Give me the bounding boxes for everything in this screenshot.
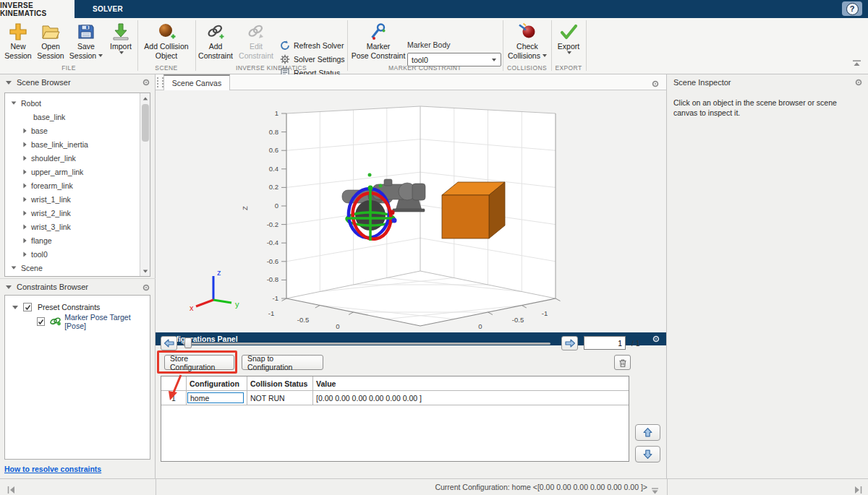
statusbar-collapse-right-icon[interactable] [854,483,862,495]
marker-pose-target-item[interactable]: Marker Pose Target [Pose] [5,314,150,329]
statusbar-collapse-left-icon[interactable] [7,483,16,495]
tree-item-robot[interactable]: Robot [5,96,150,110]
marker-body-value: tool0 [412,56,428,64]
delete-configuration-button[interactable] [614,355,631,370]
tree-item-wrist-1-link[interactable]: wrist_1_link [5,192,150,206]
svg-text:-1: -1 [268,309,274,317]
scene-inspector-header[interactable]: Scene Inspector [667,74,868,90]
dropdown-caret-icon [542,54,547,57]
export-check-icon [559,22,578,42]
expand-node-icon[interactable] [23,251,26,257]
preset-constraints-checkbox[interactable] [23,303,32,311]
value-cell: [0.00 0.00 0.00 0.00 0.00 0.00 ] [313,391,629,405]
scene-inspector-panel: Scene Inspector Click on an object in th… [667,74,868,478]
panel-drag-handle[interactable] [157,77,163,87]
table-row[interactable]: 1 home NOT RUN [0.00 0.00 0.00 0.00 0.00… [161,391,629,405]
tree-item-scene[interactable]: Scene [5,261,150,275]
configuration-name-cell[interactable]: home [187,392,244,403]
configurations-panel-gear-icon[interactable] [652,335,660,345]
marker-pose-constraint-button[interactable]: MarkerPose Constraint [350,21,407,69]
expand-node-icon[interactable] [23,155,26,160]
expand-node-icon[interactable] [23,224,26,229]
solver-settings-button[interactable]: Solver Settings [279,53,345,65]
scrollbar-up-icon[interactable] [140,93,150,103]
refresh-solver-button[interactable]: Refresh Solver [279,39,344,51]
help-icon: ? [846,3,859,15]
tab-solver[interactable]: SOLVER [75,0,141,18]
import-icon [111,22,130,42]
group-separator [503,20,503,71]
expand-node-icon[interactable] [23,210,26,215]
scene-browser-scrollbar[interactable] [140,93,150,276]
marker-body-label: Marker Body [407,40,480,49]
collapse-node-icon[interactable] [12,306,18,309]
collapse-node-icon[interactable] [12,266,17,269]
export-button[interactable]: Export [553,21,584,69]
save-session-icon [77,22,95,42]
tree-item-base-link-inertia[interactable]: base_link_inertia [5,137,150,151]
scrollbar-down-icon[interactable] [140,266,150,276]
expand-node-icon[interactable] [23,183,26,188]
svg-text:0.2: 0.2 [269,183,278,191]
add-constraint-button[interactable]: AddConstraint [197,21,234,69]
expand-node-icon[interactable] [23,197,26,202]
tab-inverse-kinematics[interactable]: INVERSE KINEMATICS [0,0,75,18]
preset-constraints-item[interactable]: Preset Constraints [5,300,150,314]
move-configuration-down-button[interactable] [635,446,660,462]
tree-item-forearm-link[interactable]: forearm_link [5,178,150,192]
tree-item-base[interactable]: base [5,124,150,137]
move-configuration-up-button[interactable] [635,424,660,441]
save-session-button[interactable]: Save Session [69,21,103,69]
import-button[interactable]: Import [106,21,136,69]
marker-pose-target-checkbox[interactable] [37,317,46,326]
snap-to-configuration-button[interactable]: Snap to Configuration [242,355,323,370]
collapse-panel-icon[interactable] [6,81,12,85]
expand-node-icon[interactable] [23,169,26,174]
scene-browser-gear-icon[interactable] [142,78,150,88]
tree-item-wrist-2-link[interactable]: wrist_2_link [5,206,150,220]
group-separator [586,20,587,71]
collapse-panel-icon[interactable] [6,285,12,289]
configuration-slider[interactable] [183,343,550,345]
app-title-bar: INVERSE KINEMATICS SOLVER ? [0,0,868,18]
edit-constraint-icon [247,22,265,42]
collapse-ribbon-icon[interactable] [852,56,861,69]
add-constraint-icon [206,22,225,42]
expand-node-icon[interactable] [23,238,26,243]
tree-item-flange[interactable]: flange [5,233,150,247]
check-collisions-button[interactable]: Check Collisions [506,21,549,69]
help-button[interactable]: ? [842,1,862,16]
scene-browser-header[interactable]: Scene Browser [0,74,156,90]
tree-item-shoulder-link[interactable]: shoulder_link [5,151,150,165]
add-collision-object-button[interactable]: Add CollisionObject [140,21,192,69]
previous-configuration-button[interactable] [161,336,177,350]
scene-canvas-3d-view[interactable]: 10.8 0.60.4 0.20 -0.2-0.4 -0.6-0.8 -1 Z … [156,90,665,332]
tree-item-base-link[interactable]: base_link [5,110,150,124]
configuration-index-input[interactable] [584,336,626,350]
collision-box[interactable] [442,182,505,238]
arrow-left-icon [163,338,175,348]
constraints-browser-header[interactable]: Constraints Browser [0,278,156,295]
tree-item-wrist-3-link[interactable]: wrist_3_link [5,220,150,233]
tree-item-tool0[interactable]: tool0 [5,247,150,261]
scene-inspector-title: Scene Inspector [673,78,731,87]
expand-node-icon[interactable] [23,128,26,133]
scene-canvas-tab[interactable]: Scene Canvas [163,74,230,90]
configuration-slider-thumb[interactable] [184,337,192,348]
collapse-node-icon[interactable] [12,101,17,104]
next-configuration-button[interactable] [561,336,578,350]
scrollbar-thumb[interactable] [142,104,149,142]
tree-item-upper-arm-link[interactable]: upper_arm_link [5,165,150,178]
svg-text:-0.8: -0.8 [267,275,278,283]
scene-canvas-gear-icon[interactable] [651,78,660,91]
new-session-button[interactable]: NewSession [3,21,33,69]
open-session-button[interactable]: OpenSession [34,21,67,69]
expand-node-icon[interactable] [23,142,26,147]
constraints-browser-gear-icon[interactable] [142,283,150,293]
statusbar-minimize-icon[interactable] [651,484,659,495]
svg-text:-0.4: -0.4 [267,238,278,246]
scene-inspector-gear-icon[interactable] [854,78,863,88]
check-collisions-icon [518,22,537,42]
ribbon-toolstrip: NewSession OpenSession Save Session Impo… [0,18,868,74]
how-to-resolve-constraints-link[interactable]: How to resolve constraints [4,465,101,473]
